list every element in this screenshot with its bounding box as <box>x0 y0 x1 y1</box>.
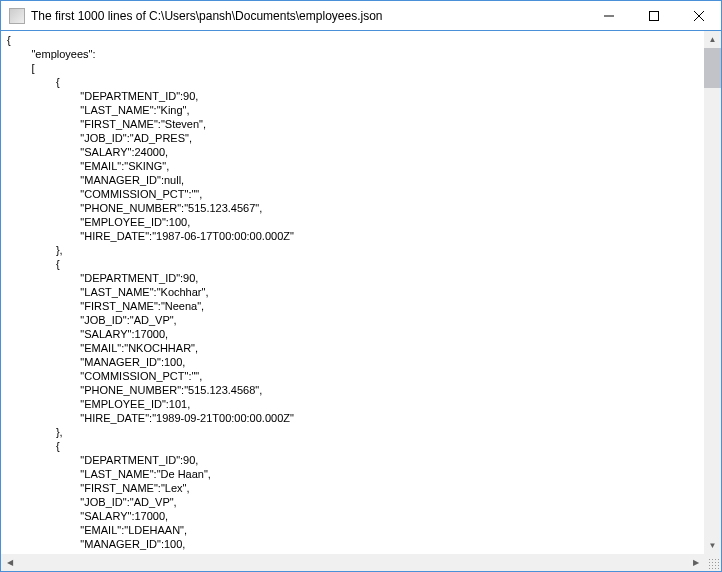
horizontal-scrollbar[interactable]: ◀ ▶ <box>1 554 721 571</box>
scroll-left-arrow-icon[interactable]: ◀ <box>1 554 18 571</box>
scroll-up-arrow-icon[interactable]: ▲ <box>704 31 721 48</box>
scroll-down-arrow-icon[interactable]: ▼ <box>704 537 721 554</box>
maximize-button[interactable] <box>631 1 676 30</box>
svg-rect-1 <box>649 11 658 20</box>
close-button[interactable] <box>676 1 721 30</box>
window-controls <box>586 1 721 30</box>
scroll-right-arrow-icon[interactable]: ▶ <box>687 554 704 571</box>
minimize-button[interactable] <box>586 1 631 30</box>
vertical-scroll-thumb[interactable] <box>704 48 721 88</box>
vertical-scroll-track[interactable] <box>704 48 721 537</box>
titlebar[interactable]: The first 1000 lines of C:\Users\pansh\D… <box>1 1 721 31</box>
vertical-scrollbar[interactable]: ▲ ▼ <box>704 31 721 554</box>
resize-grip-icon[interactable] <box>704 554 721 571</box>
app-icon <box>9 8 25 24</box>
content-area: { "employees": [ { "DEPARTMENT_ID":90, "… <box>1 31 721 554</box>
window-title: The first 1000 lines of C:\Users\pansh\D… <box>31 9 383 23</box>
json-text-view[interactable]: { "employees": [ { "DEPARTMENT_ID":90, "… <box>1 31 721 554</box>
